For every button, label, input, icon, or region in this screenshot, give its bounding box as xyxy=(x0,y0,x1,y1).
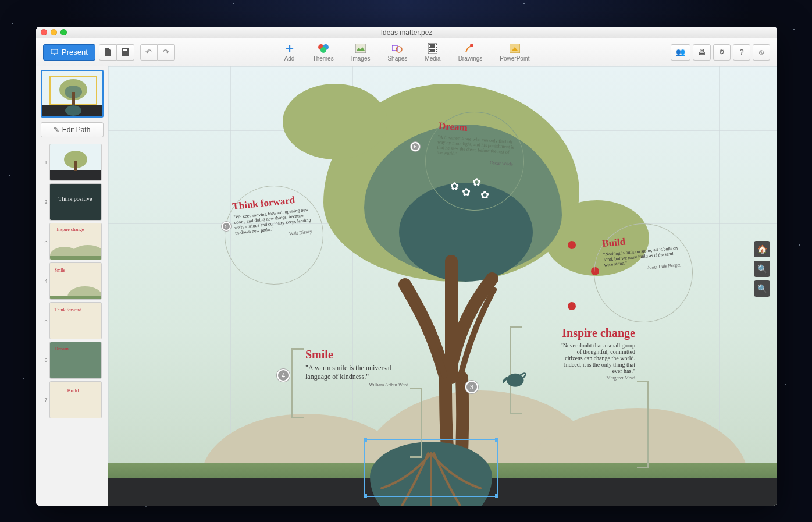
workspace: ✎ Edit Path 1 2 Think positive 3 xyxy=(36,66,777,506)
svg-point-21 xyxy=(470,44,473,47)
tool-add[interactable]: ＋ Add xyxy=(284,42,295,62)
path-thumb-2[interactable]: Think positive xyxy=(50,184,101,220)
path-thumb-3[interactable]: Inspire change xyxy=(50,223,101,260)
settings-button[interactable]: ⚙ xyxy=(713,44,731,61)
zoom-in-icon: 🔍 xyxy=(757,264,767,274)
step-marker-5[interactable]: 5 xyxy=(222,222,231,231)
card-title: Smile xyxy=(305,348,408,361)
svg-point-25 xyxy=(65,105,81,116)
path-thumb-1[interactable] xyxy=(50,144,101,180)
file-icon xyxy=(104,48,112,56)
redo-button[interactable]: ↷ xyxy=(158,44,175,61)
present-button[interactable]: Present xyxy=(43,44,95,61)
edit-path-label: Edit Path xyxy=(62,126,91,134)
svg-rect-20 xyxy=(436,51,437,52)
step-marker-3[interactable]: 3 xyxy=(465,381,478,393)
help-button[interactable]: ? xyxy=(733,44,750,61)
svg-rect-15 xyxy=(429,49,430,50)
powerpoint-icon xyxy=(509,42,521,54)
titlebar: Ideas matter.pez xyxy=(36,27,777,38)
new-button[interactable] xyxy=(99,44,117,61)
print-icon: 🖶 xyxy=(698,48,706,56)
list-item[interactable]: 5 Think forward xyxy=(43,303,101,339)
canvas[interactable]: ✿ ✿ ✿ ✿ Think forward "We keep moving fo… xyxy=(108,66,777,506)
svg-rect-37 xyxy=(50,256,101,260)
card-body: "Never doubt that a small group of thoug… xyxy=(558,342,635,374)
present-icon xyxy=(51,49,58,55)
tool-shapes[interactable]: Shapes xyxy=(387,42,407,62)
share-button[interactable]: 👥 xyxy=(671,44,690,61)
tool-images-label: Images xyxy=(351,55,371,62)
path-thumb-6[interactable]: Dream xyxy=(50,342,101,378)
list-item[interactable]: 2 Think positive xyxy=(43,184,101,220)
tool-drawings[interactable]: Drawings xyxy=(458,42,483,62)
sidebar: ✎ Edit Path 1 2 Think positive 3 xyxy=(36,66,108,506)
share-icon: 👥 xyxy=(676,48,685,56)
tool-shapes-label: Shapes xyxy=(387,55,407,62)
apple-icon xyxy=(568,302,576,310)
selection-box[interactable] xyxy=(364,439,498,497)
zoom-out-icon: 🔍- xyxy=(757,284,767,293)
image-icon xyxy=(355,42,366,54)
window-title: Ideas matter.pez xyxy=(36,29,777,37)
path-thumb-7[interactable]: Build xyxy=(50,382,101,418)
list-item[interactable]: 7 Build xyxy=(43,382,101,418)
frame-inspire[interactable]: Inspire change "Never doubt that a small… xyxy=(521,324,638,409)
svg-rect-3 xyxy=(123,49,127,51)
svg-rect-12 xyxy=(430,49,435,52)
tool-themes[interactable]: Themes xyxy=(313,42,334,62)
tree-foliage xyxy=(283,84,387,159)
gear-icon: ⚙ xyxy=(719,48,725,56)
shapes-icon xyxy=(391,42,403,54)
main-toolbar: Present ↶ ↷ ＋ Add xyxy=(36,38,777,66)
pencil-icon: ✎ xyxy=(54,126,59,134)
svg-rect-13 xyxy=(429,44,430,45)
svg-rect-0 xyxy=(51,49,58,54)
tool-themes-label: Themes xyxy=(313,55,334,62)
path-number: 3 xyxy=(43,239,48,244)
path-list: 1 2 Think positive 3 Inspire change xyxy=(36,142,108,420)
svg-rect-11 xyxy=(430,44,435,48)
svg-rect-17 xyxy=(436,44,437,45)
app-window: Ideas matter.pez Present ↶ ↷ ＋ xyxy=(36,27,777,506)
path-thumb-4[interactable]: Smile xyxy=(50,263,101,299)
svg-rect-31 xyxy=(50,170,101,180)
svg-rect-33 xyxy=(74,161,77,171)
exit-icon: ⎋ xyxy=(759,48,764,56)
list-item[interactable]: 1 xyxy=(43,144,101,180)
print-button[interactable]: 🖶 xyxy=(693,44,711,61)
list-item[interactable]: 6 Dream xyxy=(43,342,101,378)
path-number: 6 xyxy=(43,357,48,363)
svg-rect-29 xyxy=(72,92,75,105)
save-button[interactable] xyxy=(117,44,134,61)
step-marker-6[interactable]: 6 xyxy=(411,142,420,151)
home-button[interactable]: 🏠 xyxy=(754,241,770,257)
tool-images[interactable]: Images xyxy=(351,42,371,62)
svg-point-41 xyxy=(507,374,523,387)
svg-rect-19 xyxy=(436,49,437,50)
edit-path-button[interactable]: ✎ Edit Path xyxy=(41,122,104,137)
frame-think-forward[interactable]: Think forward "We keep moving forward, o… xyxy=(220,181,329,290)
step-marker-4[interactable]: 4 xyxy=(277,369,290,382)
tool-media-label: Media xyxy=(425,55,440,62)
path-thumb-5[interactable]: Think forward xyxy=(50,303,101,339)
film-icon xyxy=(427,42,439,54)
path-number: 5 xyxy=(43,318,48,324)
frame-smile[interactable]: Smile "A warm smile is the universal lan… xyxy=(303,346,411,413)
list-item[interactable]: 3 Inspire change xyxy=(43,223,101,260)
tool-media[interactable]: Media xyxy=(425,42,440,62)
zoom-in-button[interactable]: 🔍 xyxy=(754,261,770,277)
toolbar-right: 👥 🖶 ⚙ ? ⎋ xyxy=(671,44,770,61)
palette-icon xyxy=(318,42,329,54)
overview-thumb[interactable] xyxy=(41,70,104,118)
undo-button[interactable]: ↶ xyxy=(140,44,158,61)
zoom-out-button[interactable]: 🔍- xyxy=(754,280,770,297)
path-number: 2 xyxy=(43,199,48,205)
exit-button[interactable]: ⎋ xyxy=(753,44,770,61)
svg-point-6 xyxy=(320,47,326,53)
apple-icon xyxy=(568,241,576,249)
list-item[interactable]: 4 Smile xyxy=(43,263,101,299)
tool-powerpoint[interactable]: PowerPoint xyxy=(500,42,529,62)
help-icon: ? xyxy=(739,48,743,56)
canvas-nav: 🏠 🔍 🔍- xyxy=(754,241,770,297)
